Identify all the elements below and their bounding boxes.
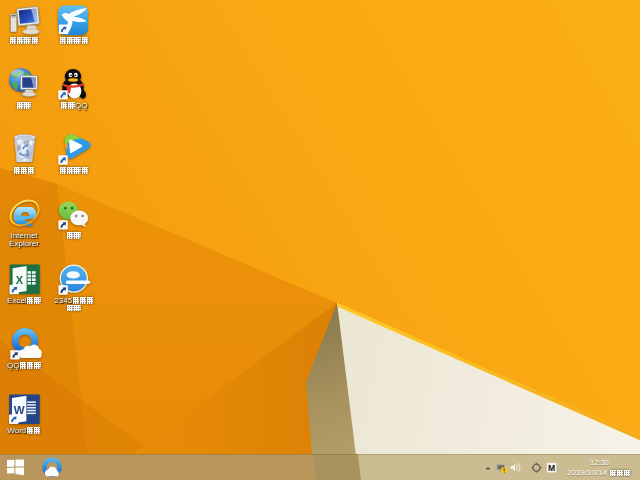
svg-text:X: X bbox=[16, 274, 24, 286]
svg-text:M: M bbox=[548, 463, 555, 473]
